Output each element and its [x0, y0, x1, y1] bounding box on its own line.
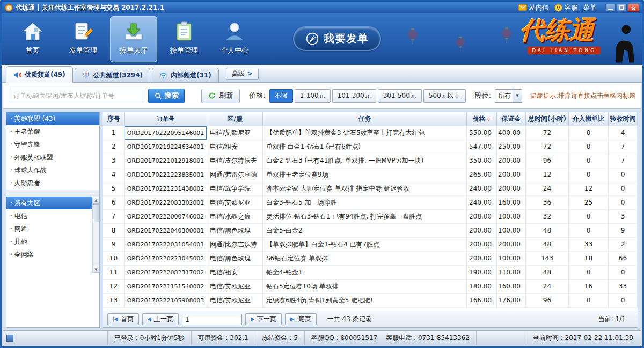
- maximize-button[interactable]: [617, 4, 627, 12]
- search-button[interactable]: 搜索: [148, 89, 185, 103]
- tab-internal-channel[interactable]: 内部频道(31): [152, 68, 219, 82]
- sidebar-region-netcom[interactable]: 网通: [6, 222, 99, 235]
- column-header-4[interactable]: 价格▽: [467, 112, 497, 126]
- column-header-1[interactable]: 订单号: [125, 112, 207, 126]
- table-cell: 电信/艾欧尼亚: [207, 294, 263, 308]
- sidebar-item-overwatch[interactable]: 守望先锋: [6, 138, 99, 151]
- scroll-down-icon[interactable]: [93, 266, 99, 273]
- table-cell: 白金3-钻石5 加一场净胜: [263, 196, 467, 210]
- sidebar-item-lol-foreign[interactable]: 外服英雄联盟: [6, 151, 99, 164]
- nav-post-manage[interactable]: 发单管理: [60, 16, 107, 62]
- table-cell: ORD20170222083302001: [125, 196, 207, 210]
- scroll-up-icon[interactable]: [93, 197, 99, 204]
- table-cell: 13: [103, 294, 125, 308]
- table-cell: 240.00: [467, 196, 497, 210]
- table-cell: 200.00: [497, 182, 526, 196]
- lantern-decoration: [407, 27, 419, 46]
- table-row[interactable]: 4ORD20170221223835001网通/弗雷尔卓德单双排王者定位赛9场2…: [103, 168, 638, 182]
- table-cell: 240.00: [467, 182, 497, 196]
- sidebar-scrollbar[interactable]: [92, 197, 99, 273]
- status-available-funds: 可用资金 : 302.1: [192, 331, 255, 345]
- titlebar-tray: 站内信 客服 菜单: [518, 3, 639, 12]
- table-cell: 200.00: [467, 238, 497, 252]
- sidebar-item-wzry[interactable]: 王者荣耀: [6, 125, 99, 138]
- nav-accept-manage[interactable]: 接单管理: [160, 16, 208, 62]
- table-cell: 11: [103, 266, 125, 280]
- table-cell: 白金5-白金2: [263, 224, 467, 238]
- table-row[interactable]: 3ORD20170221012918001电信/皮尔特沃夫白金2-钻石3 (已有…: [103, 154, 638, 168]
- sidebar-region-other[interactable]: 其他: [6, 235, 99, 248]
- search-input[interactable]: [9, 89, 144, 103]
- next-page-icon: [251, 317, 254, 322]
- nav-home[interactable]: 首页: [9, 16, 56, 62]
- scroll-thumb[interactable]: [93, 204, 99, 222]
- menu-button[interactable]: 菜单: [583, 3, 596, 12]
- last-page-button[interactable]: 尾页: [285, 313, 317, 325]
- column-header-3[interactable]: 任务: [263, 112, 467, 126]
- customer-service-button[interactable]: 客服: [554, 3, 577, 12]
- price-option-101-300[interactable]: 101-300元: [332, 89, 376, 103]
- table-row[interactable]: 12ORD20170221151540002电信/艾欧尼亚钻石5定位赛10场 单…: [103, 280, 638, 294]
- last-page-label: 尾页: [298, 315, 311, 324]
- sidebar-region-all[interactable]: 所有大区: [6, 197, 99, 209]
- main-nav: 首页 发单管理 接单大厅 接单管理: [9, 16, 258, 62]
- column-header-7[interactable]: 介入撤单比: [569, 112, 609, 126]
- column-header-0[interactable]: 序号: [103, 112, 125, 126]
- page-number-input[interactable]: [182, 314, 242, 325]
- table-cell: 电信/艾欧尼亚: [207, 126, 263, 140]
- price-option-500-plus[interactable]: 500元以上: [423, 89, 466, 103]
- table-row[interactable]: 10ORD20170220223045002电信/黑色玫瑰S6钻石定位赛 单双排…: [103, 252, 638, 266]
- close-button[interactable]: [628, 4, 639, 12]
- column-header-6[interactable]: 总时间(小时): [526, 112, 569, 126]
- sidebar-region-telecom[interactable]: 电信: [6, 209, 99, 222]
- prev-page-icon: [148, 317, 151, 322]
- search-icon: [155, 92, 162, 99]
- table-cell: 0: [569, 126, 609, 140]
- table-row[interactable]: 11ORD20170222082317002电信/祖安铂金4-铂金1190.00…: [103, 266, 638, 280]
- column-header-2[interactable]: 区/服: [207, 112, 263, 126]
- table-cell: 电信/祖安: [207, 140, 263, 154]
- prev-page-button[interactable]: 上一页: [142, 313, 179, 325]
- tab-quality-channel[interactable]: 优质频道(49): [6, 66, 73, 83]
- title-bar: 代练通 | 关注代练工作室管理与交易 2017.2.21.1 站内信 客服 菜单: [2, 2, 642, 13]
- refresh-button-label: 刷新: [219, 91, 233, 100]
- column-header-5[interactable]: 保证金: [497, 112, 526, 126]
- next-page-button[interactable]: 下一页: [245, 313, 282, 325]
- table-cell: 0: [609, 196, 638, 210]
- post-order-button[interactable]: 我要发单: [293, 26, 381, 51]
- table-cell: 网通/弗雷尔卓德: [207, 168, 263, 182]
- sidebar-item-naruto[interactable]: 火影忍者: [6, 177, 99, 190]
- table-row[interactable]: 8ORD20170222040300001电信/黑色玫瑰白金5-白金2200.0…: [103, 224, 638, 238]
- minimize-button[interactable]: [605, 4, 616, 12]
- price-option-1-100[interactable]: 1-100元: [295, 89, 331, 103]
- table-cell: 48: [526, 224, 569, 238]
- refresh-button[interactable]: 刷新: [201, 89, 240, 103]
- table-cell: 66: [609, 252, 638, 266]
- tab-public-channel[interactable]: 公共频道(3294): [75, 68, 150, 82]
- table-row[interactable]: 9ORD20170222031054001网通/比尔吉沃特【单双排肥单】白金1-…: [103, 238, 638, 252]
- first-page-button[interactable]: 首页: [107, 313, 139, 325]
- sidebar-item-qiuqiu[interactable]: 球球大作战: [6, 164, 99, 177]
- table-row[interactable]: 6ORD20170222083302001电信/艾欧尼亚白金3-钻石5 加一场净…: [103, 196, 638, 210]
- nav-accept-hall[interactable]: 接单大厅: [110, 16, 157, 62]
- advanced-button[interactable]: 高级: [226, 68, 259, 80]
- table-row[interactable]: 1ORD20170222095146001电信/艾欧尼亚【优质肥单】单双排黄金3…: [103, 126, 638, 140]
- site-message-button[interactable]: 站内信: [518, 3, 548, 12]
- sidebar-region-allnet[interactable]: 全网络: [6, 248, 99, 261]
- table-row[interactable]: 13ORD20170222105908003电信/艾欧尼亚定级赛6胜4负 青铜1…: [103, 294, 638, 308]
- table-cell: 208.00: [467, 210, 497, 224]
- table-row[interactable]: 7ORD20170222000746002电信/水晶之痕灵活排位 钻石3-钻石1…: [103, 210, 638, 224]
- sidebar-item-lol[interactable]: 英雄联盟 (43): [6, 112, 99, 125]
- table-row[interactable]: 2ORD20170219224634001电信/祖安单双排 白金1-钻石1 (已…: [103, 140, 638, 154]
- window-controls: [605, 4, 639, 12]
- price-option-301-500[interactable]: 301-500元: [378, 89, 422, 103]
- menu-label: 菜单: [583, 3, 596, 12]
- table-row[interactable]: 5ORD20170221231438002电信/战争学院脚本死全家 大师定位赛 …: [103, 182, 638, 196]
- nav-profile[interactable]: 个人中心: [211, 16, 258, 62]
- column-header-8[interactable]: 验收时间: [609, 112, 638, 126]
- table-cell: 3: [609, 210, 638, 224]
- price-option-unlimited[interactable]: 不限: [269, 89, 293, 103]
- status-grip-icon: [6, 335, 13, 342]
- rank-select[interactable]: 所有: [495, 89, 522, 103]
- table-cell: 6: [103, 196, 125, 210]
